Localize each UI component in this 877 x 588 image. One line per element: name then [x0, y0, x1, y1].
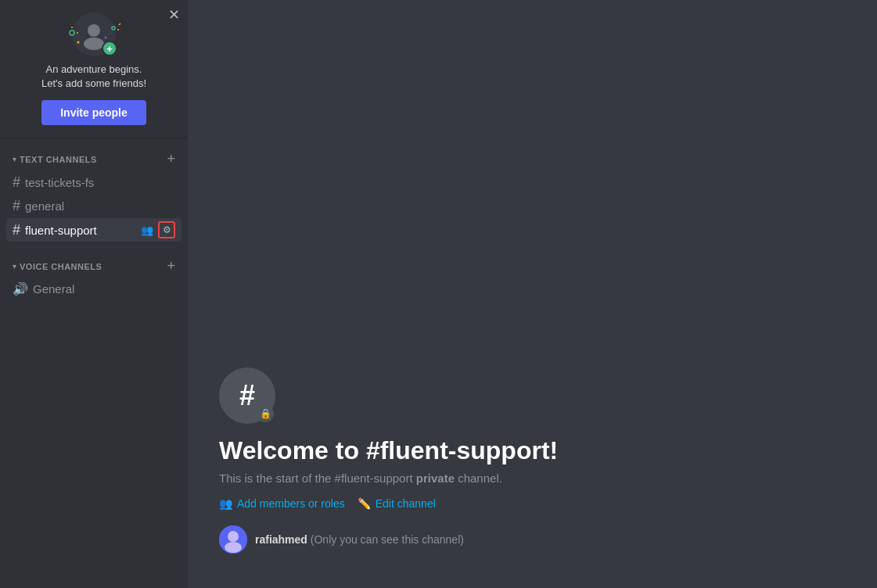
invite-people-button[interactable]: Invite people [41, 100, 146, 125]
channel-actions: 👥 ⚙ [139, 221, 175, 238]
welcome-description: This is the start of the #fluent-support… [219, 471, 502, 485]
user-avatar [219, 525, 247, 554]
channel-name: fluent-support [25, 224, 97, 237]
user-info: rafiahmed (Only you can see this channel… [255, 533, 464, 546]
add-voice-channel-button[interactable]: + [167, 258, 175, 274]
add-member-icon[interactable]: 👥 [139, 222, 155, 238]
main-content: # 🔒 Welcome to #fluent-support! This is … [188, 0, 877, 588]
channel-hash-large: # [239, 382, 255, 410]
speaker-icon: 🔊 [13, 281, 28, 296]
close-button[interactable]: ✕ [168, 8, 180, 22]
welcome-heading: Welcome to #fluent-support! [219, 436, 558, 465]
channel-icon-large: # 🔒 [219, 368, 275, 424]
channel-item-fluent-support[interactable]: # fluent-support 👥 ⚙ [6, 218, 182, 242]
svg-point-11 [228, 531, 239, 542]
text-channels-chevron: ▾ [13, 155, 16, 163]
voice-channels-chevron: ▾ [13, 262, 16, 271]
text-channels-section: ▾ TEXT CHANNELS + # test-tickets-fs # ge… [0, 148, 188, 242]
voice-channels-section: ▾ VOICE CHANNELS + 🔊 General [0, 255, 188, 300]
welcome-card: ✕ + An adventure begins. [0, 0, 188, 138]
edit-channel-icon: ✏️ [358, 497, 371, 510]
welcome-card-text: An adventure begins. Let's add some frie… [41, 63, 146, 91]
sidebar: ✕ + An adventure begins. [0, 0, 188, 588]
add-members-label: Add members or roles [237, 497, 345, 510]
channel-item-general[interactable]: # general [6, 195, 182, 217]
text-channels-label: TEXT CHANNELS [20, 155, 97, 164]
voice-channel-name: General [33, 282, 74, 296]
edit-channel-label: Edit channel [376, 497, 436, 510]
user-note-text: (Only you can see this channel) [311, 533, 464, 546]
svg-point-12 [225, 542, 242, 553]
avatar-container: + [72, 13, 116, 56]
svg-line-4 [119, 23, 120, 25]
action-links: 👥 Add members or roles ✏️ Edit channel [219, 497, 436, 510]
add-text-channel-button[interactable]: + [167, 151, 175, 167]
voice-channel-general[interactable]: 🔊 General [6, 278, 182, 299]
user-row: rafiahmed (Only you can see this channel… [219, 525, 464, 554]
add-members-link[interactable]: 👥 Add members or roles [219, 497, 345, 510]
lock-badge: 🔒 [257, 405, 274, 422]
channel-item-test-tickets-fs[interactable]: # test-tickets-fs [6, 171, 182, 194]
add-members-icon: 👥 [219, 497, 232, 510]
settings-icon[interactable]: ⚙ [158, 221, 175, 238]
username: rafiahmed [255, 533, 307, 546]
text-channels-header[interactable]: ▾ TEXT CHANNELS + [6, 148, 182, 170]
voice-channels-header[interactable]: ▾ VOICE CHANNELS + [6, 255, 182, 278]
hash-icon: # [13, 198, 20, 214]
channel-name: test-tickets-fs [25, 176, 94, 189]
channel-name: general [25, 199, 64, 213]
hash-icon: # [13, 222, 20, 238]
welcome-content: # 🔒 Welcome to #fluent-support! This is … [188, 336, 877, 572]
voice-channels-label: VOICE CHANNELS [20, 262, 102, 271]
hash-icon: # [13, 174, 20, 191]
edit-channel-link[interactable]: ✏️ Edit channel [358, 497, 436, 510]
svg-point-8 [88, 24, 100, 37]
add-friend-badge[interactable]: + [102, 41, 117, 56]
